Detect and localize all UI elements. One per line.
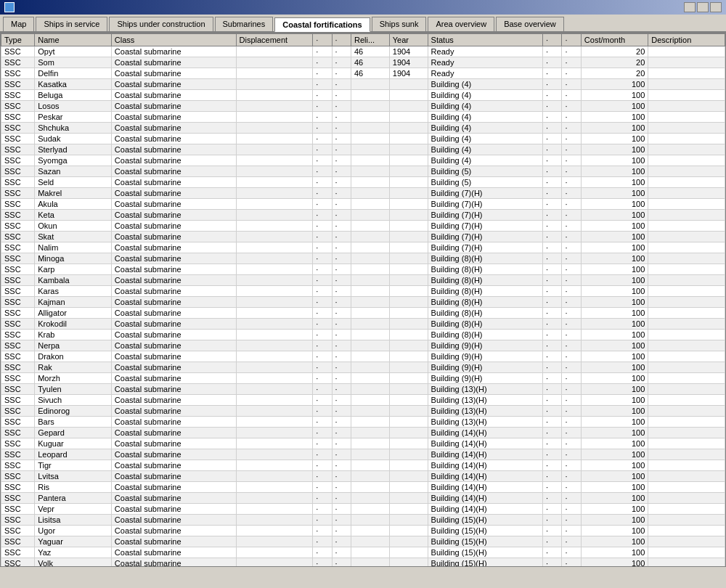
tab-ships-under-construction[interactable]: Ships under construction: [109, 17, 213, 31]
table-row[interactable]: SSCLisitsaCoastal submarine··Building (1…: [1, 515, 725, 526]
cell-7-11: 100: [581, 123, 648, 134]
cell-15-8: Building (7)(H): [428, 210, 542, 221]
cell-39-8: Building (14)(H): [428, 471, 542, 482]
cell-29-10: ·: [562, 362, 581, 373]
cell-22-6: [351, 286, 389, 297]
cell-22-12: [648, 286, 725, 297]
table-row[interactable]: SSCGepardCoastal submarine··Building (14…: [1, 428, 725, 438]
cell-17-0: SSC: [1, 232, 35, 242]
table-row[interactable]: SSCOpytCoastal submarine··461904Ready··2…: [1, 46, 725, 57]
table-row[interactable]: SSCKuguarCoastal submarine··Building (14…: [1, 438, 725, 449]
cell-15-0: SSC: [1, 210, 35, 221]
cell-36-3: [236, 438, 313, 449]
cell-45-3: [236, 536, 313, 547]
tab-base-overview[interactable]: Base overview: [496, 17, 564, 31]
tab-submarines[interactable]: Submarines: [215, 17, 274, 31]
table-row[interactable]: SSCTyulenCoastal submarine··Building (13…: [1, 384, 725, 395]
cell-5-3: [236, 101, 313, 112]
table-row[interactable]: SSCBarsCoastal submarine··Building (13)(…: [1, 417, 725, 428]
cell-7-9: ·: [543, 123, 562, 134]
table-row[interactable]: SSCMorzhCoastal submarine··Building (9)(…: [1, 373, 725, 384]
cell-22-7: [389, 286, 428, 297]
cell-26-9: ·: [543, 330, 562, 340]
table-row[interactable]: SSCSudakCoastal submarine··Building (4)·…: [1, 134, 725, 144]
cell-23-10: ·: [562, 297, 581, 308]
cell-12-10: ·: [562, 177, 581, 188]
table-row[interactable]: SSCDrakonCoastal submarine··Building (9)…: [1, 351, 725, 362]
cell-26-0: SSC: [1, 330, 35, 340]
table-row[interactable]: SSCAlligatorCoastal submarine··Building …: [1, 308, 725, 319]
table-row[interactable]: SSCPanteraCoastal submarine··Building (1…: [1, 493, 725, 504]
cell-6-1: Peskar: [35, 112, 112, 123]
table-row[interactable]: SSCKarasCoastal submarine··Building (8)(…: [1, 286, 725, 297]
cell-15-10: ·: [562, 210, 581, 221]
cell-33-0: SSC: [1, 406, 35, 417]
table-row[interactable]: SSCKrokodilCoastal submarine··Building (…: [1, 319, 725, 330]
table-row[interactable]: SSCBelugaCoastal submarine··Building (4)…: [1, 90, 725, 101]
table-row[interactable]: SSCRisCoastal submarine··Building (14)(H…: [1, 482, 725, 493]
cell-23-5: ·: [332, 297, 351, 308]
table-row[interactable]: SSCNerpaCoastal submarine··Building (9)(…: [1, 340, 725, 351]
cell-27-10: ·: [562, 340, 581, 351]
table-row[interactable]: SSCTigrCoastal submarine··Building (14)(…: [1, 460, 725, 471]
tab-map[interactable]: Map: [3, 17, 34, 31]
cell-41-4: ·: [313, 493, 332, 504]
tab-ships-sunk[interactable]: Ships sunk: [372, 17, 427, 31]
table-row[interactable]: SSCRakCoastal submarine··Building (9)(H)…: [1, 362, 725, 373]
table-row[interactable]: SSCMakrelCoastal submarine··Building (7)…: [1, 188, 725, 199]
tab-coastal-fortifications[interactable]: Coastal fortifications: [274, 17, 370, 32]
table-row[interactable]: SSCLeopardCoastal submarine··Building (1…: [1, 449, 725, 460]
table-row[interactable]: SSCShchukaCoastal submarine··Building (4…: [1, 123, 725, 134]
table-row[interactable]: SSCSkatCoastal submarine··Building (7)(H…: [1, 232, 725, 242]
cell-37-3: [236, 449, 313, 460]
table-row[interactable]: SSCNalimCoastal submarine··Building (7)(…: [1, 242, 725, 253]
table-row[interactable]: SSCEdinorogCoastal submarine··Building (…: [1, 406, 725, 417]
table-row[interactable]: SSCLvitsaCoastal submarine··Building (14…: [1, 471, 725, 482]
cell-2-9: ·: [543, 68, 562, 79]
table-row[interactable]: SSCOkunCoastal submarine··Building (7)(H…: [1, 221, 725, 232]
table-row[interactable]: SSCKambalaCoastal submarine··Building (8…: [1, 275, 725, 286]
cell-27-8: Building (9)(H): [428, 340, 542, 351]
table-row[interactable]: SSCKrabCoastal submarine··Building (8)(H…: [1, 330, 725, 340]
table-row[interactable]: SSCKarpCoastal submarine··Building (8)(H…: [1, 264, 725, 275]
table-row[interactable]: SSCDelfinCoastal submarine··461904Ready·…: [1, 68, 725, 79]
cell-44-12: [648, 526, 725, 536]
cell-44-8: Building (15)(H): [428, 526, 542, 536]
table-row[interactable]: SSCKetaCoastal submarine··Building (7)(H…: [1, 210, 725, 221]
tab-area-overview[interactable]: Area overview: [428, 17, 494, 31]
tab-ships-in-service[interactable]: Ships in service: [36, 17, 107, 31]
table-row[interactable]: SSCSyomgaCoastal submarine··Building (4)…: [1, 155, 725, 166]
table-row[interactable]: SSCPeskarCoastal submarine··Building (4)…: [1, 112, 725, 123]
table-row[interactable]: SSCSterlyadCoastal submarine··Building (…: [1, 144, 725, 155]
table-row[interactable]: SSCVolkCoastal submarine··Building (15)(…: [1, 558, 725, 568]
cell-19-12: [648, 253, 725, 264]
table-row[interactable]: SSCSomCoastal submarine··461904Ready··20: [1, 57, 725, 68]
cell-33-3: [236, 406, 313, 417]
cell-29-9: ·: [543, 362, 562, 373]
cell-44-6: [351, 526, 389, 536]
table-row[interactable]: SSCUgorCoastal submarine··Building (15)(…: [1, 526, 725, 536]
cell-47-1: Volk: [35, 558, 112, 568]
close-button[interactable]: [710, 2, 722, 12]
table-row[interactable]: SSCSazanCoastal submarine··Building (5)·…: [1, 166, 725, 177]
cell-11-11: 100: [581, 166, 648, 177]
table-row[interactable]: SSCKasatkaCoastal submarine··Building (4…: [1, 79, 725, 90]
table-row[interactable]: SSCAkulaCoastal submarine··Building (7)(…: [1, 199, 725, 210]
table-row[interactable]: SSCVeprCoastal submarine··Building (14)(…: [1, 504, 725, 515]
cell-36-0: SSC: [1, 438, 35, 449]
table-row[interactable]: SSCSeldCoastal submarine··Building (5)··…: [1, 177, 725, 188]
cell-28-7: [389, 351, 428, 362]
table-row[interactable]: SSCLososCoastal submarine··Building (4)·…: [1, 101, 725, 112]
cell-8-11: 100: [581, 134, 648, 144]
cell-9-1: Sterlyad: [35, 144, 112, 155]
cell-21-0: SSC: [1, 275, 35, 286]
table-row[interactable]: SSCSivuchCoastal submarine··Building (13…: [1, 395, 725, 406]
table-row[interactable]: SSCMinogaCoastal submarine··Building (8)…: [1, 253, 725, 264]
maximize-button[interactable]: [697, 2, 709, 12]
minimize-button[interactable]: [684, 2, 696, 12]
table-row[interactable]: SSCYazCoastal submarine··Building (15)(H…: [1, 547, 725, 558]
table-row[interactable]: SSCYaguarCoastal submarine··Building (15…: [1, 536, 725, 547]
table-row[interactable]: SSCKajmanCoastal submarine··Building (8)…: [1, 297, 725, 308]
cell-26-4: ·: [313, 330, 332, 340]
table-container[interactable]: TypeNameClassDisplacement··Reli...YearSt…: [0, 33, 726, 567]
